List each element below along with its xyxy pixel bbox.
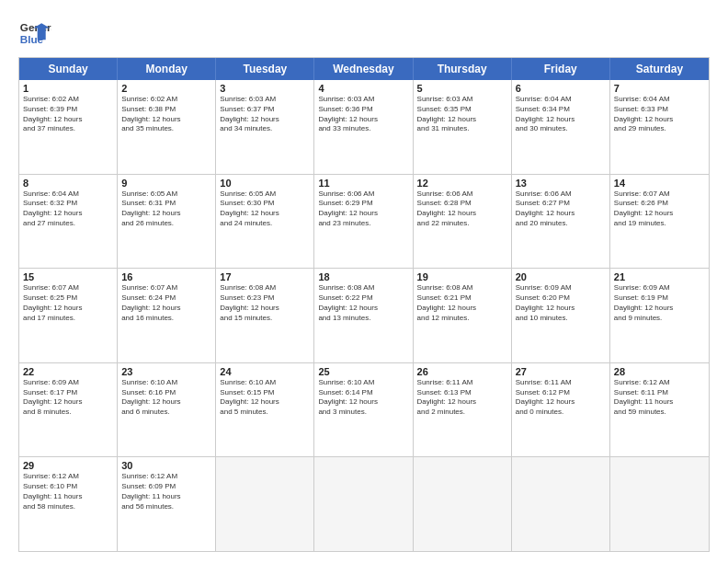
cell-info-line: Sunrise: 6:03 AM [417,95,507,105]
cell-info-line: Sunset: 6:19 PM [614,293,705,304]
day-number: 27 [516,366,606,377]
cell-info-line: Sunset: 6:35 PM [417,105,507,115]
cell-info-line: Sunset: 6:20 PM [516,293,606,304]
cell-info-line: Sunrise: 6:09 AM [23,378,113,388]
cell-info-line: Sunset: 6:26 PM [614,199,705,209]
cell-info-line: Daylight: 12 hours [318,304,408,314]
calendar-row-4: 29Sunrise: 6:12 AMSunset: 6:10 PMDayligh… [19,456,709,551]
day-cell-18: 18Sunrise: 6:08 AMSunset: 6:22 PMDayligh… [314,269,413,362]
day-cell-15: 15Sunrise: 6:07 AMSunset: 6:25 PMDayligh… [19,269,118,362]
day-cell-14: 14Sunrise: 6:07 AMSunset: 6:26 PMDayligh… [610,175,709,269]
cell-info-line: Sunset: 6:09 PM [121,482,211,492]
day-cell-17: 17Sunrise: 6:08 AMSunset: 6:23 PMDayligh… [216,269,314,362]
day-number: 4 [318,83,408,94]
cell-info-line: Sunset: 6:10 PM [23,482,113,492]
cell-info-line: Daylight: 12 hours [614,304,705,314]
cell-info-line: Sunrise: 6:03 AM [318,95,408,105]
cell-info-line: Sunrise: 6:05 AM [121,190,211,200]
day-number: 13 [516,178,606,189]
empty-cell [216,457,314,551]
day-cell-19: 19Sunrise: 6:08 AMSunset: 6:21 PMDayligh… [414,269,512,362]
cell-info-line: Daylight: 11 hours [23,492,113,502]
cell-info-line: Sunset: 6:36 PM [318,105,408,115]
cell-info-line: Sunset: 6:15 PM [220,388,310,398]
weekday-header-saturday: Saturday [610,58,709,80]
cell-info-line: and 58 minutes. [23,502,113,512]
day-number: 26 [417,366,507,377]
cell-info-line: Sunrise: 6:06 AM [516,190,606,200]
weekday-header-wednesday: Wednesday [314,58,413,80]
day-number: 10 [220,178,310,189]
day-number: 14 [614,178,705,189]
day-cell-5: 5Sunrise: 6:03 AMSunset: 6:35 PMDaylight… [414,80,512,174]
day-cell-8: 8Sunrise: 6:04 AMSunset: 6:32 PMDaylight… [19,175,118,269]
cell-info-line: Sunrise: 6:06 AM [318,190,408,200]
weekday-header-tuesday: Tuesday [216,58,314,80]
cell-info-line: Sunset: 6:34 PM [516,105,606,115]
empty-cell [610,457,709,551]
cell-info-line: Sunset: 6:28 PM [417,199,507,209]
day-number: 6 [516,83,606,94]
cell-info-line: Sunset: 6:14 PM [318,388,408,398]
cell-info-line: Daylight: 12 hours [121,115,211,125]
cell-info-line: and 24 minutes. [220,219,310,229]
cell-info-line: Sunrise: 6:03 AM [220,95,310,105]
calendar-header: SundayMondayTuesdayWednesdayThursdayFrid… [19,58,709,80]
day-number: 12 [417,178,507,189]
cell-info-line: and 37 minutes. [23,124,113,134]
cell-info-line: and 26 minutes. [121,219,211,229]
day-cell-22: 22Sunrise: 6:09 AMSunset: 6:17 PMDayligh… [19,363,118,457]
calendar-body: 1Sunrise: 6:02 AMSunset: 6:39 PMDaylight… [19,80,709,551]
day-number: 18 [318,271,408,282]
cell-info-line: and 34 minutes. [220,124,310,134]
cell-info-line: and 20 minutes. [516,219,606,229]
cell-info-line: Sunrise: 6:02 AM [121,95,211,105]
cell-info-line: Sunrise: 6:06 AM [417,190,507,200]
cell-info-line: and 6 minutes. [121,408,211,418]
day-cell-13: 13Sunrise: 6:06 AMSunset: 6:27 PMDayligh… [512,175,610,269]
cell-info-line: Sunset: 6:30 PM [220,199,310,209]
cell-info-line: Daylight: 12 hours [417,115,507,125]
day-number: 24 [220,366,310,377]
empty-cell [314,457,413,551]
cell-info-line: Daylight: 12 hours [318,209,408,219]
cell-info-line: and 17 minutes. [23,314,113,324]
cell-info-line: Daylight: 12 hours [516,304,606,314]
day-cell-12: 12Sunrise: 6:06 AMSunset: 6:28 PMDayligh… [414,175,512,269]
day-number: 21 [614,271,705,282]
cell-info-line: Sunset: 6:32 PM [23,199,113,209]
day-cell-16: 16Sunrise: 6:07 AMSunset: 6:24 PMDayligh… [118,269,216,362]
day-number: 29 [23,460,113,471]
cell-info-line: and 15 minutes. [220,314,310,324]
calendar-row-2: 15Sunrise: 6:07 AMSunset: 6:25 PMDayligh… [19,268,709,362]
cell-info-line: Sunrise: 6:04 AM [614,95,705,105]
cell-info-line: Sunrise: 6:09 AM [614,283,705,293]
day-number: 25 [318,366,408,377]
cell-info-line: Sunrise: 6:11 AM [417,378,507,388]
cell-info-line: Daylight: 12 hours [220,397,310,408]
cell-info-line: Sunset: 6:23 PM [220,293,310,304]
cell-info-line: Daylight: 12 hours [516,209,606,219]
cell-info-line: and 3 minutes. [318,408,408,418]
weekday-header-friday: Friday [512,58,610,80]
cell-info-line: and 30 minutes. [516,124,606,134]
cell-info-line: and 23 minutes. [318,219,408,229]
cell-info-line: Sunrise: 6:09 AM [516,283,606,293]
day-number: 28 [614,366,705,377]
cell-info-line: Sunrise: 6:07 AM [23,283,113,293]
cell-info-line: Sunset: 6:31 PM [121,199,211,209]
cell-info-line: Sunrise: 6:12 AM [23,472,113,482]
day-cell-11: 11Sunrise: 6:06 AMSunset: 6:29 PMDayligh… [314,175,413,269]
day-number: 2 [121,83,211,94]
cell-info-line: Daylight: 12 hours [121,209,211,219]
cell-info-line: Daylight: 12 hours [516,115,606,125]
cell-info-line: and 12 minutes. [417,314,507,324]
weekday-header-sunday: Sunday [19,58,118,80]
day-cell-9: 9Sunrise: 6:05 AMSunset: 6:31 PMDaylight… [118,175,216,269]
day-cell-20: 20Sunrise: 6:09 AMSunset: 6:20 PMDayligh… [512,269,610,362]
logo: General Blue [18,17,51,50]
cell-info-line: and 19 minutes. [614,219,705,229]
cell-info-line: Daylight: 12 hours [23,209,113,219]
cell-info-line: Daylight: 12 hours [417,397,507,408]
cell-info-line: and 16 minutes. [121,314,211,324]
